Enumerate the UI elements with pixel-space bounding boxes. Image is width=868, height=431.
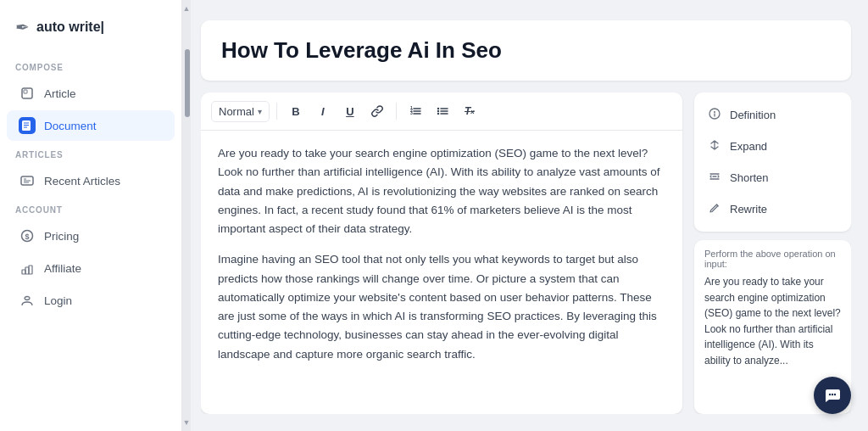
sidebar-item-login-label: Login	[44, 294, 72, 307]
right-panel: Definition Expand	[694, 92, 851, 414]
svg-point-26	[437, 110, 439, 112]
section-articles-label: ARTICLES	[0, 142, 181, 165]
ai-tool-expand[interactable]: Expand	[694, 131, 851, 162]
editor-paragraph-1: Are you ready to take your search engine…	[218, 144, 665, 238]
sidebar-item-article[interactable]: Article	[7, 78, 175, 109]
unordered-list-button[interactable]	[431, 99, 454, 123]
editor-paragraph-2: Imagine having an SEO tool that not only…	[218, 250, 665, 364]
recent-articles-icon	[19, 172, 36, 189]
app-logo: ✒ auto write|	[0, 14, 181, 54]
editor-area: Normal ▾ B I U	[201, 92, 851, 414]
pricing-icon: $	[19, 227, 36, 244]
login-icon	[19, 292, 36, 309]
link-button[interactable]	[365, 99, 389, 123]
svg-point-32	[832, 394, 833, 395]
editor-toolbar: Normal ▾ B I U	[201, 92, 682, 131]
bold-button[interactable]: B	[284, 99, 308, 123]
definition-icon	[708, 108, 721, 122]
chat-icon	[823, 386, 842, 405]
scroll-up-arrow[interactable]: ▲	[183, 3, 190, 14]
svg-text:$: $	[25, 232, 29, 241]
toolbar-divider-1	[276, 103, 277, 120]
section-account-label: ACCOUNT	[0, 197, 181, 220]
ordered-list-button[interactable]: 1 2 3	[403, 99, 427, 123]
toolbar-divider-2	[396, 103, 397, 120]
document-icon	[19, 117, 36, 134]
style-select[interactable]: Normal ▾	[211, 101, 270, 122]
svg-rect-1	[24, 90, 27, 93]
clear-format-button[interactable]: Tx	[458, 99, 481, 123]
svg-rect-12	[22, 270, 25, 274]
expand-icon	[708, 139, 721, 154]
logo-icon: ✒	[15, 17, 30, 37]
sidebar-item-pricing-label: Pricing	[44, 230, 79, 243]
sidebar-item-affiliate-label: Affiliate	[44, 262, 81, 275]
input-preview-text: Are you ready to take your search engine…	[694, 274, 851, 378]
svg-text:3: 3	[410, 110, 413, 115]
definition-label: Definition	[730, 109, 776, 121]
sidebar-item-document[interactable]: Document	[7, 110, 175, 141]
svg-point-15	[25, 297, 30, 300]
svg-point-33	[834, 394, 836, 395]
rewrite-icon	[708, 202, 721, 216]
editor-body[interactable]: Are you ready to take your search engine…	[201, 131, 682, 414]
app-name: auto write|	[36, 20, 104, 35]
ai-tool-rewrite[interactable]: Rewrite	[694, 193, 851, 225]
sidebar-item-article-label: Article	[44, 87, 76, 100]
sidebar-item-pricing[interactable]: $ Pricing	[7, 221, 175, 251]
svg-point-25	[437, 108, 439, 109]
affiliate-icon	[19, 260, 36, 277]
title-card: How To Leverage Ai In Seo	[201, 20, 851, 81]
underline-button[interactable]: U	[338, 99, 362, 123]
page-title: How To Leverage Ai In Seo	[221, 37, 831, 64]
style-select-arrow: ▾	[258, 107, 262, 116]
scroll-thumb[interactable]	[185, 49, 190, 117]
editor-card: Normal ▾ B I U	[201, 92, 682, 414]
expand-label: Expand	[730, 140, 767, 153]
style-select-value: Normal	[219, 105, 254, 118]
rewrite-label: Rewrite	[730, 203, 767, 216]
italic-button[interactable]: I	[311, 99, 335, 123]
main-content: How To Leverage Ai In Seo Normal ▾ B I U	[191, 0, 868, 431]
sidebar-item-recent-articles-label: Recent Articles	[44, 175, 120, 188]
scrollbar[interactable]: ▲ ▼	[182, 0, 191, 431]
input-preview-label: Perform the above operation on input:	[694, 240, 851, 274]
shorten-icon	[708, 171, 721, 185]
ai-tool-definition[interactable]: Definition	[694, 99, 851, 131]
svg-rect-14	[29, 266, 32, 274]
sidebar-item-recent-articles[interactable]: Recent Articles	[7, 165, 175, 196]
sidebar-item-login[interactable]: Login	[7, 285, 175, 316]
chat-fab-button[interactable]	[814, 377, 851, 414]
svg-point-31	[829, 394, 831, 395]
scroll-down-arrow[interactable]: ▼	[183, 417, 190, 428]
svg-point-27	[437, 113, 439, 115]
section-compose-label: COMPOSE	[0, 54, 181, 77]
sidebar-item-affiliate[interactable]: Affiliate	[7, 253, 175, 283]
svg-point-29	[714, 111, 715, 113]
shorten-label: Shorten	[730, 171, 769, 184]
sidebar: ✒ auto write| COMPOSE Article Document A…	[0, 0, 182, 431]
sidebar-item-document-label: Document	[44, 120, 97, 132]
ai-tool-shorten[interactable]: Shorten	[694, 162, 851, 193]
article-icon	[19, 85, 36, 102]
ai-tools-card: Definition Expand	[694, 92, 851, 232]
main-area: ▲ ▼ How To Leverage Ai In Seo Normal ▾ B	[182, 0, 868, 431]
